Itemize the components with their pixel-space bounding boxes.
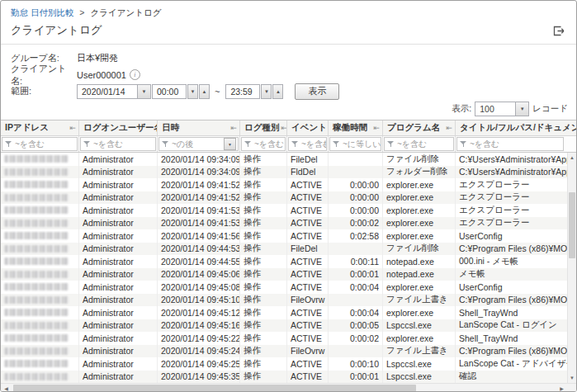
time-to-up-icon[interactable]: ▲ <box>272 84 283 99</box>
table-row[interactable]: Administrator2020/01/14 09:45:08操作ACTIVE… <box>1 281 576 294</box>
table-row[interactable]: Administrator2020/01/14 09:45:16操作ACTIVE… <box>1 319 576 333</box>
table-row[interactable]: Administrator2020/01/14 09:45:10操作FileOv… <box>1 294 576 307</box>
column-pin-icon[interactable]: ⇤ <box>230 124 237 132</box>
time-from-down-icon[interactable]: ▼ <box>187 84 198 99</box>
records-dropdown-icon[interactable]: ▼ <box>515 102 528 116</box>
redacted-ip <box>4 334 69 342</box>
scroll-left-icon[interactable]: ◀ <box>1 384 12 392</box>
table-row[interactable]: Administrator2020/01/14 09:34:09操作FileDe… <box>1 153 576 166</box>
column-header-label: イベント <box>291 122 327 134</box>
table-row[interactable]: Administrator2020/01/14 09:45:25操作ACTIVE… <box>1 357 576 371</box>
date-dropdown-icon[interactable]: ▼ <box>137 85 150 98</box>
vertical-scrollbar[interactable]: ▲ ▼ <box>567 153 576 383</box>
filter-input-0[interactable]: ~を含む <box>2 137 78 151</box>
cell-title-path: UserConfig <box>456 229 576 243</box>
table-row[interactable]: Administrator2020/01/14 09:44:55操作ACTIVE… <box>1 255 576 268</box>
cell-program-name: explorer.exe <box>383 191 456 205</box>
filter-funnel-icon[interactable] <box>291 140 299 148</box>
filter-input-2[interactable]: ~の後▼ <box>158 137 239 151</box>
filter-funnel-icon[interactable] <box>244 140 252 148</box>
table-row[interactable]: Administrator2020/01/14 09:41:56操作ACTIVE… <box>1 229 576 243</box>
filter-input-5[interactable]: ~に等しい <box>329 137 381 151</box>
cell-ip-address <box>1 357 79 371</box>
column-pin-icon[interactable]: ⇤ <box>373 124 380 132</box>
records-per-page-select[interactable]: 100 ▼ <box>475 102 529 116</box>
table-row[interactable]: Administrator2020/01/14 09:44:53操作FileDe… <box>1 243 576 256</box>
table-row[interactable]: Administrator2020/01/14 09:45:24操作FileOv… <box>1 345 576 358</box>
table-row[interactable]: Administrator2020/01/14 09:45:22操作ACTIVE… <box>1 332 576 345</box>
horizontal-scrollbar-track[interactable] <box>12 384 556 392</box>
cell-event: ACTIVE <box>287 217 329 230</box>
column-header-3[interactable]: ログ種別⇤ <box>240 120 287 135</box>
column-header-7[interactable]: タイトル/フルパス/ドキュメント名 <box>456 120 576 135</box>
scroll-up-icon[interactable]: ▲ <box>568 153 576 163</box>
cell-active-time: 0:00:05 <box>329 319 383 333</box>
filter-input-1[interactable]: ~を含む <box>80 137 156 151</box>
column-header-6[interactable]: プログラム名⇤ <box>383 120 456 135</box>
filter-funnel-icon[interactable] <box>333 140 340 148</box>
cell-program-name: ファイル上書き <box>383 294 456 307</box>
filter-dropdown-icon[interactable]: ▼ <box>224 138 236 150</box>
horizontal-scrollbar-thumb[interactable] <box>13 385 416 392</box>
table-row[interactable]: Administrator2020/01/14 09:45:12操作ACTIVE… <box>1 306 576 319</box>
filter-funnel-icon[interactable] <box>83 140 91 148</box>
time-from-up-icon[interactable]: ▲ <box>199 84 210 99</box>
column-header-4[interactable]: イベント⇤ <box>287 120 329 135</box>
time-from-input[interactable]: 00:00 <box>152 84 187 99</box>
export-icon[interactable] <box>551 24 566 37</box>
scroll-down-icon[interactable]: ▼ <box>568 373 576 383</box>
vertical-scrollbar-thumb[interactable] <box>569 192 575 258</box>
filter-funnel-icon[interactable] <box>460 140 467 148</box>
cell-event: ACTIVE <box>287 281 329 294</box>
redacted-ip <box>4 347 69 355</box>
column-header-0[interactable]: IPアドレス⇤ <box>1 120 79 135</box>
filter-input-3[interactable]: ~を含む <box>241 137 286 151</box>
column-header-label: ログ種別 <box>244 122 280 134</box>
cell-logon-user: Administrator <box>79 178 158 191</box>
cell-logon-user: Administrator <box>79 217 158 230</box>
filter-funnel-icon[interactable] <box>387 140 395 148</box>
filter-input-6[interactable]: ~を含む <box>384 137 454 151</box>
table-row[interactable]: Administrator2020/01/14 09:34:09操作FldDel… <box>1 166 576 179</box>
cell-title-path: C:¥Program Files (x86)¥MOTE <box>456 243 576 256</box>
filter-funnel-icon[interactable] <box>5 140 12 148</box>
show-button[interactable]: 表示 <box>295 83 339 100</box>
table-row[interactable]: Administrator2020/01/14 09:45:35操作ACTIVE… <box>1 371 576 384</box>
cell-event: FileDel <box>287 243 329 256</box>
column-pin-icon[interactable]: ⇤ <box>446 124 452 132</box>
filter-funnel-icon[interactable] <box>162 140 169 148</box>
scroll-right-icon[interactable]: ▶ <box>556 384 567 392</box>
table-row[interactable]: Administrator2020/01/14 09:41:53操作ACTIVE… <box>1 217 576 230</box>
info-icon[interactable]: i <box>130 69 140 80</box>
time-to-input[interactable]: 23:59 <box>225 84 260 99</box>
breadcrumb-link-attendance-comparison[interactable]: 勤怠 日付別比較 <box>11 7 73 17</box>
horizontal-scrollbar[interactable]: ◀ ▶ <box>1 383 576 392</box>
cell-event: ACTIVE <box>287 332 329 345</box>
filter-cell-1: ~を含む <box>79 136 158 152</box>
cell-title-path: エクスプローラー <box>456 204 576 217</box>
table-row[interactable]: Administrator2020/01/14 09:41:52操作ACTIVE… <box>1 191 576 205</box>
cell-program-name: notepad.exe <box>383 268 456 281</box>
time-to-down-icon[interactable]: ▼ <box>261 84 272 99</box>
column-pin-icon[interactable]: ⇤ <box>69 124 76 132</box>
cell-logon-user: Administrator <box>79 229 158 243</box>
table-row[interactable]: Administrator2020/01/14 09:41:53操作ACTIVE… <box>1 204 576 217</box>
cell-event: ACTIVE <box>287 306 329 319</box>
column-header-5[interactable]: 稼働時間⇤ <box>329 120 383 135</box>
filter-input-4[interactable]: ~を含む <box>288 137 327 151</box>
table-row[interactable]: Administrator2020/01/14 09:45:06操作ACTIVE… <box>1 268 576 281</box>
filter-condition-label: ~を含む <box>301 139 327 150</box>
column-header-2[interactable]: 日時⇤ <box>158 120 240 135</box>
column-pin-icon[interactable]: ⇤ <box>281 124 288 132</box>
cell-ip-address <box>1 191 79 205</box>
range-label: 範囲: <box>11 85 77 97</box>
table-row[interactable]: Administrator2020/01/14 09:41:52操作ACTIVE… <box>1 178 576 191</box>
cell-logon-user: Administrator <box>79 166 158 179</box>
cell-ip-address <box>1 345 79 358</box>
column-header-1[interactable]: ログオンユーザー名⇤ <box>79 120 158 135</box>
title-bar: クライアントログ <box>1 21 576 45</box>
date-select[interactable]: 2020/01/14 ▼ <box>77 84 151 99</box>
cell-program-name: Lspccsl.exe <box>383 371 456 384</box>
cell-log-type: 操作 <box>240 332 287 345</box>
filter-input-7[interactable]: ~を含む <box>456 137 564 151</box>
